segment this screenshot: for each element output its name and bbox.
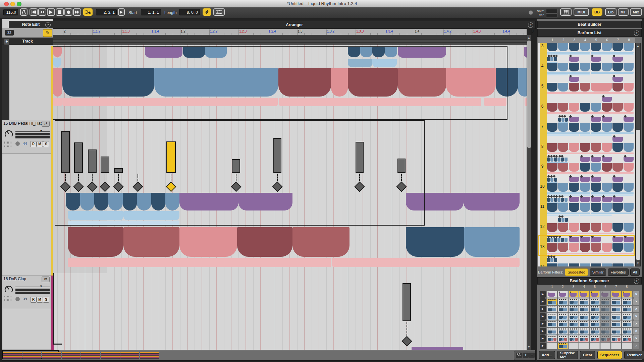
barform-row[interactable]: 6 (538, 95, 635, 115)
record-button[interactable] (64, 8, 72, 16)
midi-note-bar[interactable] (402, 283, 411, 321)
length-value[interactable]: 8. 0. 0 (179, 9, 200, 15)
position-display[interactable]: 2. 3. 1 (96, 9, 117, 15)
rewind-button[interactable] (38, 8, 46, 16)
track-record-button[interactable]: R (30, 141, 37, 147)
sequencer-cell[interactable] (579, 343, 589, 349)
sequencer-cell[interactable] (611, 306, 621, 312)
barform-row[interactable]: 4 (538, 55, 635, 75)
sequencer-cell[interactable] (579, 306, 589, 312)
barform-scroll-down-icon[interactable]: ▼ (636, 262, 640, 265)
sequencer-cell[interactable] (569, 306, 579, 312)
zoom-tool-button[interactable] (516, 353, 522, 358)
sequencer-cell[interactable] (590, 343, 600, 349)
track-mute-button[interactable]: M (37, 141, 43, 147)
midi-note-bar[interactable] (61, 131, 70, 173)
arranger-vscrollbar[interactable]: ▲ ▼ (527, 35, 531, 350)
note-field[interactable] (546, 9, 557, 13)
sequencer-cell[interactable] (600, 298, 610, 305)
barform-scroll-up-icon[interactable]: ▲ (636, 45, 640, 48)
sequencer-cell[interactable] (569, 328, 579, 335)
barform-row[interactable]: 9 (538, 155, 635, 175)
surpriseme-button[interactable]: Surprise Me! (557, 351, 578, 359)
sequencer-cell[interactable] (547, 328, 557, 335)
slider-handle-icon[interactable]: ▼ (40, 285, 43, 288)
overview-clip-segment[interactable] (81, 352, 100, 359)
sequencer-button[interactable]: Sequencer (597, 351, 622, 359)
midi-note-bar[interactable] (74, 142, 83, 173)
sequencer-cell[interactable] (547, 291, 557, 298)
overview-clip-segment[interactable] (62, 352, 80, 359)
sequencer-cell[interactable] (558, 335, 568, 342)
filter-all-button[interactable]: All (630, 268, 640, 276)
sequencer-cell[interactable] (600, 328, 610, 335)
sequencer-row-play-button[interactable]: ▶ (540, 320, 546, 327)
filter-similar-button[interactable]: Similar (590, 268, 606, 276)
clip[interactable] (524, 47, 527, 58)
sequencer-cell[interactable] (547, 306, 557, 312)
sequencer-cell[interactable] (558, 328, 568, 335)
barform-row[interactable]: 7 (538, 115, 635, 135)
loop-button[interactable] (203, 8, 211, 16)
sequencer-row-play-button[interactable]: ▶ (540, 313, 546, 320)
sequencer-cell[interactable] (579, 335, 589, 342)
barform-row[interactable]: 14 (538, 256, 635, 266)
midi-note-bar[interactable] (101, 157, 109, 173)
keyboard-view-button[interactable] (560, 8, 572, 16)
zoom-in-button[interactable]: + (523, 353, 529, 358)
sequencer-row-play-button[interactable]: ▶ (540, 343, 546, 349)
midi-note-bar[interactable] (232, 159, 240, 173)
overview-clip-segment[interactable] (120, 352, 139, 359)
sequencer-cell[interactable] (579, 313, 589, 320)
add-track-button[interactable]: + (4, 39, 10, 45)
midi-note-flat[interactable] (53, 344, 62, 345)
sequencer-cell[interactable] (600, 313, 610, 320)
sequencer-cell[interactable] (622, 335, 632, 342)
sequencer-cell[interactable] (579, 298, 589, 305)
fast-forward-button[interactable] (73, 8, 81, 16)
sequencer-cell[interactable] (590, 320, 600, 327)
stop-button[interactable] (56, 8, 64, 16)
barform-row[interactable]: 8 (538, 135, 635, 156)
sequencer-cell[interactable] (547, 320, 557, 327)
sequencer-cell[interactable] (611, 320, 621, 327)
position-step-button[interactable] (118, 8, 125, 16)
sequencer-cell[interactable] (569, 343, 579, 349)
clip[interactable] (332, 258, 520, 267)
barform-vscroll-thumb[interactable] (636, 130, 640, 260)
barform-row[interactable]: 10 (538, 175, 635, 195)
grid-resolution-value[interactable]: 32 (5, 30, 14, 36)
overview-clip-segment[interactable] (3, 352, 22, 359)
clip[interactable] (464, 227, 520, 257)
beat-builder-view-button[interactable]: BB (592, 8, 602, 16)
sequencer-cell[interactable] (622, 343, 632, 349)
sequencer-row-clear-button[interactable]: × (633, 335, 639, 342)
barform-row[interactable]: 12 (538, 216, 635, 236)
metronome-button[interactable] (20, 8, 28, 16)
filter-favorites-button[interactable]: Favorites (608, 268, 628, 276)
barform-list[interactable]: 34567891011121314 (538, 43, 635, 266)
molecule-tools-view-button[interactable]: MT (618, 8, 629, 16)
sequencer-cell[interactable] (590, 335, 600, 342)
track-solo-button[interactable]: S (43, 141, 49, 147)
midi-view-button[interactable]: MIDI (574, 8, 589, 16)
track-record-button[interactable]: R (30, 297, 37, 303)
arranger-canvas[interactable] (53, 35, 527, 350)
velocity-slider-track[interactable] (15, 287, 50, 287)
sequencer-cell[interactable] (622, 306, 632, 312)
sequencer-row-clear-button[interactable]: × (633, 306, 639, 312)
zoom-out-button[interactable]: − (529, 353, 535, 358)
sequencer-row-play-button[interactable]: ▶ (540, 298, 546, 305)
clip[interactable] (179, 227, 237, 257)
scroll-up-icon[interactable]: ▲ (527, 36, 531, 39)
midi-note-bar[interactable] (114, 168, 123, 173)
sequencer-cell[interactable] (611, 313, 621, 320)
clip[interactable] (406, 227, 464, 257)
play-button[interactable] (47, 8, 55, 16)
sequencer-cell[interactable] (622, 313, 632, 320)
clip[interactable] (412, 347, 463, 350)
sequencer-cell[interactable] (600, 291, 610, 298)
track-solo-button[interactable]: S (43, 297, 49, 303)
sequencer-cell[interactable] (547, 335, 557, 342)
skip-start-button[interactable] (30, 8, 38, 16)
